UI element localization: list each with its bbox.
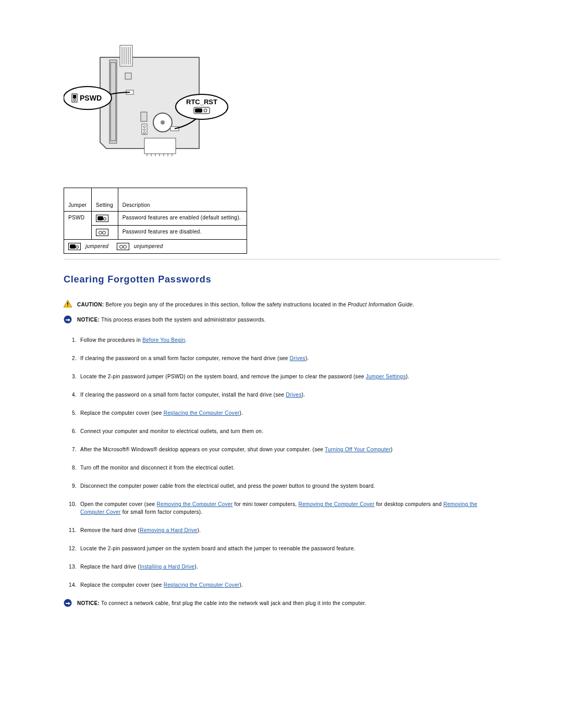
table-row: Password features are disabled. [64, 226, 247, 240]
step-text: Follow the procedures in [80, 337, 142, 343]
doc-link[interactable]: Turning Off Your Computer [325, 447, 390, 452]
caution-italic: Product Information Guide [348, 302, 412, 307]
doc-link[interactable]: Removing a Hard Drive [140, 527, 197, 533]
step-text: for desktop computers and [374, 501, 443, 507]
procedure-step: Connect your computer and monitor to ele… [78, 427, 500, 435]
notice-note: NOTICE: This process erases both the sys… [64, 316, 500, 324]
svg-rect-27 [67, 302, 68, 305]
th-setting: Setting [91, 188, 118, 212]
step-text: ). [239, 582, 243, 588]
svg-rect-11 [144, 138, 176, 154]
section-divider [64, 259, 500, 260]
step-text: Turn off the monitor and disconnect it f… [80, 465, 235, 471]
doc-link[interactable]: Removing the Computer Cover [298, 501, 374, 507]
step-text: Remove the hard drive ( [80, 527, 140, 533]
doc-link[interactable]: Jumper Settings [366, 374, 406, 379]
step-text: Disconnect the computer power cable from… [80, 483, 375, 489]
notice-note: NOTICE: To connect a network cable, firs… [64, 599, 500, 607]
th-jumper: Jumper [64, 188, 92, 212]
procedure-step: Replace the hard drive (Installing a Har… [78, 563, 500, 571]
procedure-step: After the Microsoft® Windows® desktop ap… [78, 446, 500, 453]
doc-link[interactable]: Before You Begin [142, 337, 185, 343]
unjumpered-icon [117, 243, 129, 250]
notice-text: To connect a network cable, first plug t… [100, 600, 366, 606]
jumpered-icon [68, 243, 81, 250]
cell-setting-unjumpered [91, 226, 118, 240]
diagram-label-rtcrst: RTC_RST [186, 98, 217, 106]
procedure-step: Remove the hard drive (Removing a Hard D… [78, 526, 500, 534]
svg-rect-8 [125, 73, 131, 79]
svg-rect-21 [73, 95, 76, 98]
caution-note: CAUTION: Before you begin any of the pro… [64, 301, 500, 309]
procedure-step: Locate the 2-pin password jumper on the … [78, 545, 500, 552]
jumpered-icon [96, 215, 108, 222]
procedure-step: Replace the computer cover (see Replacin… [78, 409, 500, 417]
procedure-step: Turn off the monitor and disconnect it f… [78, 464, 500, 472]
th-description: Description [118, 188, 247, 212]
doc-link[interactable]: Installing a Hard Drive [140, 564, 194, 570]
step-text: Replace the hard drive ( [80, 564, 140, 570]
caution-label: CAUTION: [77, 302, 104, 307]
notice-text: This process erases both the system and … [100, 317, 265, 323]
step-text: ). [406, 374, 409, 379]
doc-link[interactable]: Drives [290, 355, 305, 361]
cell-description: Password features are disabled. [118, 226, 247, 240]
table-row: PSWD Password features are enabled (defa… [64, 212, 247, 226]
procedure-steps: Follow the procedures in Before You Begi… [64, 336, 500, 589]
jumper-settings-table: Jumper Setting Description PSWD Password… [64, 188, 247, 254]
cell-jumper-name: PSWD [64, 212, 92, 240]
section-heading: Clearing Forgotten Passwords [64, 274, 500, 285]
svg-rect-28 [67, 306, 68, 307]
motherboard-jumper-diagram: PSWD RTC_RST [64, 31, 500, 172]
doc-link[interactable]: Replacing the Computer Cover [164, 582, 240, 588]
procedure-step: Disconnect the computer power cable from… [78, 482, 500, 490]
step-text: ). [301, 392, 305, 398]
procedure-step: Follow the procedures in Before You Begi… [78, 336, 500, 344]
legend-jumpered-label: jumpered [85, 243, 108, 249]
step-text: ) [391, 447, 393, 452]
step-text: ). [239, 410, 243, 416]
step-text: Locate the 2-pin password jumper on the … [80, 546, 356, 551]
svg-rect-25 [195, 108, 202, 113]
notice-label: NOTICE: [77, 317, 100, 323]
step-text: Replace the computer cover (see [80, 582, 164, 588]
step-text: If clearing the password on a small form… [80, 355, 290, 361]
procedure-step: If clearing the password on a small form… [78, 354, 500, 362]
svg-point-10 [161, 120, 165, 125]
step-text: ). [305, 355, 309, 361]
caution-text-after: . [412, 302, 414, 307]
step-text: Connect your computer and monitor to ele… [80, 428, 263, 434]
doc-link[interactable]: Replacing the Computer Cover [164, 410, 240, 416]
step-text: ). [194, 564, 198, 570]
step-text: for small form factor computers). [121, 509, 203, 515]
procedure-step: If clearing the password on a small form… [78, 391, 500, 399]
legend-unjumpered-label: unjumpered [134, 243, 163, 249]
step-text: After the Microsoft® Windows® desktop ap… [80, 447, 325, 452]
notice-icon [64, 599, 72, 607]
doc-link[interactable]: Drives [286, 392, 301, 398]
cell-description: Password features are enabled (default s… [118, 212, 247, 226]
notice-label: NOTICE: [77, 600, 100, 606]
step-text: . [185, 337, 187, 343]
step-text: ). [197, 527, 201, 533]
diagram-label-pswd: PSWD [80, 94, 102, 102]
procedure-step: Replace the computer cover (see Replacin… [78, 581, 500, 589]
step-text: Locate the 2-pin password jumper (PSWD) … [80, 374, 366, 379]
step-text: Replace the computer cover (see [80, 410, 164, 416]
step-text: If clearing the password on a small form… [80, 392, 286, 398]
caution-text-before: Before you begin any of the procedures i… [104, 302, 348, 307]
unjumpered-icon [96, 229, 108, 236]
notice-icon [64, 315, 72, 324]
step-text: Open the computer cover (see [80, 501, 157, 507]
cell-setting-jumpered [91, 212, 118, 226]
procedure-step: Locate the 2-pin password jumper (PSWD) … [78, 373, 500, 380]
doc-link[interactable]: Removing the Computer Cover [157, 501, 233, 507]
svg-rect-18 [141, 112, 147, 121]
caution-icon [64, 300, 72, 307]
procedure-step: Open the computer cover (see Removing th… [78, 500, 500, 516]
step-text: for mini tower computers, [232, 501, 298, 507]
legend-cell: jumpered unjumpered [64, 240, 247, 254]
